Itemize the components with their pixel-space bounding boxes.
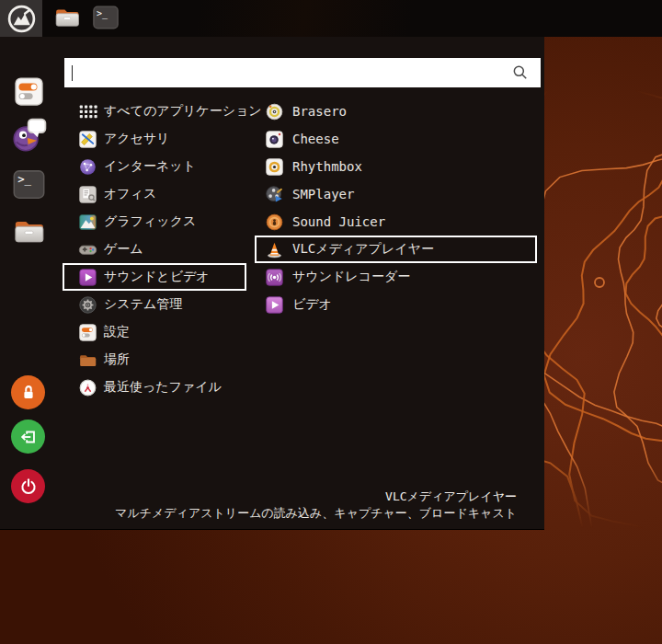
app-item[interactable]: Rhythmbox — [255, 153, 537, 180]
smplayer-icon — [265, 185, 284, 204]
sound-video-icon — [78, 268, 97, 287]
category-item-label: すべてのアプリケーション — [104, 103, 262, 120]
graphics-icon — [78, 213, 97, 232]
category-item[interactable]: システム管理 — [63, 291, 246, 318]
category-item[interactable]: ゲーム — [63, 236, 246, 263]
selected-app-description: マルチメディアストリームの読み込み、キャプチャー、ブロードキャスト — [115, 505, 517, 522]
favorite-tweaks[interactable] — [14, 76, 44, 107]
app-item-label: ビデオ — [292, 296, 332, 313]
app-item[interactable]: サウンドレコーダー — [255, 263, 537, 291]
brasero-icon — [265, 102, 284, 121]
favorite-terminal[interactable]: >_ — [12, 167, 46, 201]
recent-files-icon — [78, 378, 97, 397]
app-item-label: Cheese — [292, 132, 339, 146]
selection-info: VLCメディアプレイヤー マルチメディアストリームの読み込み、キャプチャー、ブロ… — [115, 489, 517, 522]
selected-app-title: VLCメディアプレイヤー — [115, 489, 517, 505]
category-item[interactable]: サウンドとビデオ — [63, 263, 246, 291]
category-item[interactable]: オフィス — [63, 180, 246, 208]
videos-icon — [265, 295, 284, 315]
category-item-label: 場所 — [104, 351, 130, 368]
internet-icon — [78, 157, 97, 177]
app-item[interactable]: VLCメディアプレイヤー — [255, 236, 537, 263]
svg-text:>_: >_ — [97, 8, 108, 19]
category-item-label: インターネット — [104, 158, 196, 175]
terminal-icon: >_ — [12, 167, 46, 201]
distro-logo-icon — [6, 4, 37, 34]
category-item[interactable]: 最近使ったファイル — [63, 374, 246, 401]
logout-button[interactable] — [11, 420, 45, 454]
shutdown-button[interactable] — [11, 469, 45, 503]
app-list: BraseroCheeseRhythmboxSMPlayerSound Juic… — [255, 98, 537, 318]
grid-icon — [78, 102, 97, 121]
menu-button[interactable] — [0, 0, 44, 37]
cheese-icon — [265, 130, 284, 149]
terminal-icon: >_ — [92, 4, 121, 33]
search-icon — [511, 63, 530, 82]
app-item-label: Sound Juicer — [292, 214, 385, 229]
launcher-files[interactable] — [53, 4, 83, 33]
category-item[interactable]: インターネット — [63, 153, 246, 180]
category-item-label: ゲーム — [104, 241, 143, 258]
places-icon — [78, 351, 97, 370]
favorite-pidgin[interactable] — [10, 117, 48, 155]
category-item-label: アクセサリ — [104, 131, 170, 147]
category-item-label: サウンドとビデオ — [104, 269, 210, 285]
launcher-terminal[interactable]: >_ — [92, 4, 121, 33]
search-bar[interactable] — [64, 58, 541, 87]
app-item-label: VLCメディアプレイヤー — [292, 241, 434, 258]
sound-recorder-icon — [265, 268, 284, 287]
category-item-label: グラフィックス — [104, 213, 196, 230]
lock-screen-button[interactable] — [11, 375, 45, 409]
category-item[interactable]: すべてのアプリケーション — [63, 98, 246, 125]
office-icon — [78, 185, 97, 204]
pidgin-icon — [10, 117, 48, 155]
files-icon — [53, 4, 83, 33]
accessories-icon — [78, 130, 97, 149]
files-icon — [12, 214, 46, 248]
tweaks-icon — [14, 76, 44, 107]
top-panel: >_ — [0, 0, 662, 37]
logout-icon — [18, 427, 39, 447]
svg-text:>_: >_ — [17, 173, 31, 186]
search-input[interactable] — [73, 58, 511, 87]
category-item-label: 設定 — [104, 324, 130, 340]
category-item[interactable]: アクセサリ — [63, 125, 246, 153]
category-item[interactable]: グラフィックス — [63, 208, 246, 236]
app-item[interactable]: SMPlayer — [255, 180, 537, 208]
desktop: >_ >_ すべてのアプリケーションアクセサリインターネットオフィスグラフィック… — [0, 0, 662, 644]
app-item[interactable]: ビデオ — [255, 291, 537, 318]
sound-juicer-icon — [265, 213, 284, 232]
favorite-files[interactable] — [12, 214, 46, 248]
vlc-icon — [265, 240, 284, 259]
category-item[interactable]: 設定 — [63, 318, 246, 346]
application-menu: >_ すべてのアプリケーションアクセサリインターネットオフィスグラフィックスゲー… — [0, 37, 544, 530]
app-item-label: SMPlayer — [292, 187, 354, 201]
system-admin-icon — [78, 295, 97, 315]
app-item-label: Brasero — [292, 104, 347, 119]
category-item-label: システム管理 — [104, 296, 182, 313]
category-list: すべてのアプリケーションアクセサリインターネットオフィスグラフィックスゲームサウ… — [63, 98, 246, 401]
app-item[interactable]: Cheese — [255, 125, 537, 153]
settings-icon — [78, 323, 97, 342]
games-icon — [78, 240, 97, 259]
app-item-label: Rhythmbox — [292, 159, 362, 174]
category-item[interactable]: 場所 — [63, 346, 246, 374]
app-item[interactable]: Brasero — [255, 98, 537, 125]
category-item-label: オフィス — [104, 186, 156, 202]
app-item[interactable]: Sound Juicer — [255, 208, 537, 236]
lock-icon — [18, 383, 39, 403]
category-item-label: 最近使ったファイル — [104, 379, 222, 396]
shutdown-icon — [18, 477, 39, 497]
app-item-label: サウンドレコーダー — [292, 269, 410, 285]
rhythmbox-icon — [265, 157, 284, 177]
